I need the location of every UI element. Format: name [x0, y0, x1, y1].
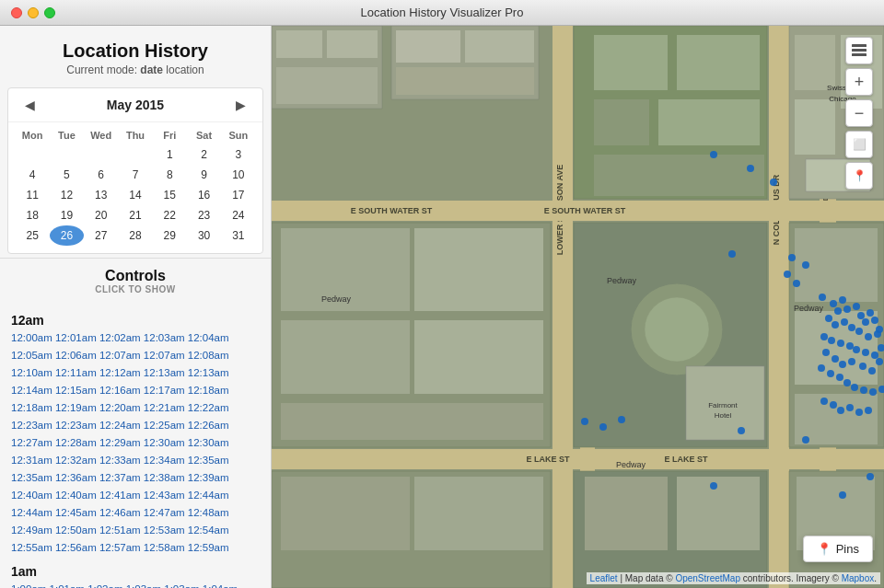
time-entry[interactable]: 12:10am — [11, 367, 55, 378]
time-entry[interactable]: 12:07am — [99, 350, 144, 361]
calendar-prev-button[interactable]: ◀ — [19, 96, 41, 114]
time-entry[interactable]: 12:11am — [55, 367, 99, 378]
time-entry[interactable]: 12:47am — [144, 507, 188, 518]
cal-day-12[interactable]: 12 — [50, 185, 83, 205]
time-entry[interactable]: 12:02am — [99, 332, 144, 343]
time-entry[interactable]: 12:56am — [55, 542, 99, 553]
time-entry[interactable]: 12:05am — [11, 350, 55, 361]
close-button[interactable] — [11, 7, 22, 18]
time-entry[interactable]: 12:13am — [188, 367, 229, 378]
time-entry[interactable]: 12:19am — [55, 402, 99, 413]
time-entry[interactable]: 12:18am — [11, 402, 55, 413]
time-entry[interactable]: 12:33am — [99, 455, 144, 466]
cal-day-18[interactable]: 18 — [16, 205, 49, 225]
time-entry[interactable]: 12:38am — [144, 472, 188, 483]
cal-day-4[interactable]: 4 — [16, 165, 49, 185]
time-entry[interactable]: 12:48am — [188, 507, 229, 518]
cal-day-6[interactable]: 6 — [85, 165, 118, 185]
osm-link[interactable]: OpenStreetMap — [675, 573, 740, 583]
time-entry[interactable]: 12:15am — [55, 385, 99, 396]
controls-section[interactable]: Controls CLICK TO SHOW — [0, 258, 271, 300]
cal-day-15[interactable]: 15 — [153, 185, 186, 205]
time-entry[interactable]: 12:58am — [144, 542, 188, 553]
cal-day-30[interactable]: 30 — [187, 225, 220, 246]
cal-day-2[interactable]: 2 — [187, 144, 220, 165]
time-entry[interactable]: 12:30am — [144, 437, 188, 448]
calendar-next-button[interactable]: ▶ — [230, 96, 251, 114]
time-entry[interactable]: 12:16am — [99, 385, 144, 396]
time-entry[interactable]: 12:25am — [144, 420, 188, 431]
mapbox-link[interactable]: Mapbox — [842, 573, 875, 583]
cal-day-11[interactable]: 11 — [16, 185, 49, 205]
time-entry[interactable]: 12:12am — [99, 367, 144, 378]
time-entry[interactable]: 12:23am — [11, 420, 55, 431]
time-entry[interactable]: 12:14am — [11, 385, 55, 396]
cal-day-17[interactable]: 17 — [222, 185, 255, 205]
zoom-in-button[interactable]: + — [845, 68, 873, 96]
time-entry[interactable]: 12:44am — [188, 490, 229, 501]
time-entry[interactable]: 12:31am — [11, 455, 55, 466]
time-entry[interactable]: 12:00am — [11, 332, 55, 343]
time-entry[interactable]: 12:57am — [99, 542, 144, 553]
time-entry[interactable]: 12:26am — [188, 420, 229, 431]
leaflet-link[interactable]: Leaflet — [590, 573, 618, 583]
rectangle-tool-button[interactable]: ⬜ — [845, 131, 873, 158]
time-entry[interactable]: 12:03am — [144, 332, 188, 343]
time-entry[interactable]: 12:40am — [55, 490, 99, 501]
cal-day-7[interactable]: 7 — [119, 165, 152, 185]
time-entry[interactable]: 12:22am — [188, 402, 229, 413]
time-entry[interactable]: 12:29am — [99, 437, 144, 448]
time-entry[interactable]: 12:37am — [99, 472, 144, 483]
cal-day-24[interactable]: 24 — [222, 205, 255, 225]
time-entry[interactable]: 12:49am — [11, 525, 55, 536]
time-entry[interactable]: 12:24am — [99, 420, 144, 431]
time-entry[interactable]: 12:34am — [144, 455, 188, 466]
cal-day-8[interactable]: 8 — [153, 165, 186, 185]
time-entry[interactable]: 12:54am — [188, 525, 229, 536]
time-entry[interactable]: 12:08am — [188, 350, 229, 361]
time-entry[interactable]: 12:59am — [188, 542, 229, 553]
time-entry[interactable]: 12:04am — [188, 332, 229, 343]
cal-day-16[interactable]: 16 — [187, 185, 220, 205]
time-entry[interactable]: 12:17am — [144, 385, 188, 396]
cal-day-3[interactable]: 3 — [222, 144, 255, 165]
maximize-button[interactable] — [44, 7, 55, 18]
time-entry[interactable]: 12:28am — [55, 437, 99, 448]
zoom-out-button[interactable]: − — [845, 99, 873, 127]
cal-day-29[interactable]: 29 — [153, 225, 186, 246]
cal-day-1[interactable]: 1 — [153, 144, 186, 165]
time-entry[interactable]: 12:35am — [11, 472, 55, 483]
time-entry[interactable]: 12:36am — [55, 472, 99, 483]
time-entry[interactable]: 12:27am — [11, 437, 55, 448]
time-entry[interactable]: 12:06am — [55, 350, 99, 361]
time-entry[interactable]: 12:13am — [144, 367, 188, 378]
cal-day-14[interactable]: 14 — [119, 185, 152, 205]
time-entry[interactable]: 1:00am — [11, 583, 50, 588]
time-entry[interactable]: 12:46am — [99, 507, 144, 518]
cal-day-20[interactable]: 20 — [85, 205, 118, 225]
time-entry[interactable]: 12:23am — [55, 420, 99, 431]
time-entry[interactable]: 12:55am — [11, 542, 55, 553]
cal-day-5[interactable]: 5 — [50, 165, 83, 185]
cal-day-28[interactable]: 28 — [119, 225, 152, 246]
time-entry[interactable]: 12:44am — [11, 507, 55, 518]
time-entry[interactable]: 12:40am — [11, 490, 55, 501]
minimize-button[interactable] — [28, 7, 39, 18]
cal-day-26-selected[interactable]: 26 — [50, 225, 83, 246]
cal-day-19[interactable]: 19 — [50, 205, 83, 225]
time-entry[interactable]: 12:50am — [55, 525, 99, 536]
cal-day-21[interactable]: 21 — [119, 205, 152, 225]
layers-button[interactable] — [845, 37, 873, 64]
time-entry[interactable]: 12:53am — [144, 525, 188, 536]
cal-day-23[interactable]: 23 — [187, 205, 220, 225]
time-entry[interactable]: 12:20am — [99, 402, 144, 413]
cal-day-10[interactable]: 10 — [222, 165, 255, 185]
time-entry[interactable]: 1:03am — [126, 583, 165, 588]
time-entry[interactable]: 12:32am — [55, 455, 99, 466]
time-entry[interactable]: 12:45am — [55, 507, 99, 518]
cal-day-31[interactable]: 31 — [222, 225, 255, 246]
time-log[interactable]: 12am 12:00am 12:01am 12:02am 12:03am 12:… — [0, 300, 271, 588]
time-entry[interactable]: 1:01am — [50, 583, 88, 588]
time-entry[interactable]: 12:39am — [188, 472, 229, 483]
time-entry[interactable]: 12:21am — [144, 402, 188, 413]
